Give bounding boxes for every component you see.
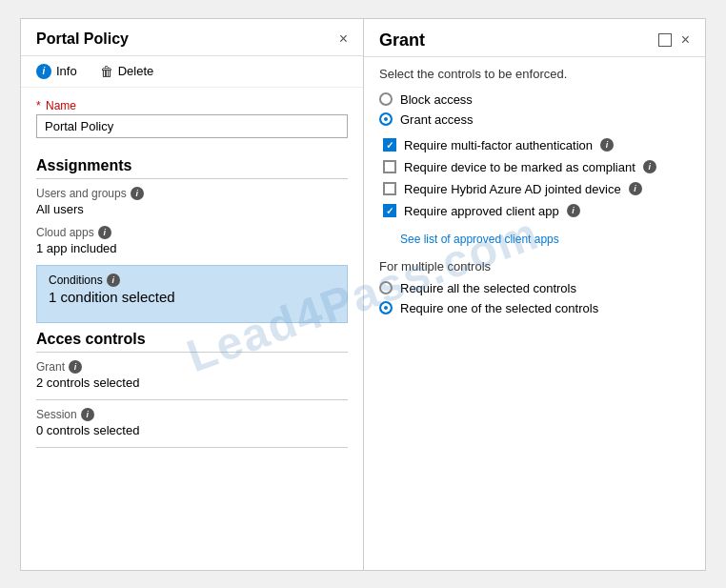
assignments-title: Assignments: [36, 157, 348, 174]
cloud-apps-value: 1 app included: [36, 241, 348, 255]
right-panel-title: Grant: [379, 30, 425, 51]
mfa-checkbox-item[interactable]: Require multi-factor authentication i: [383, 138, 690, 152]
compliant-info-icon[interactable]: i: [643, 160, 656, 173]
conditions-value: 1 condition selected: [49, 289, 335, 305]
page-wrapper: Lead4Pass.com Portal Policy × i Info 🗑 D…: [0, 0, 726, 588]
compliant-checkbox[interactable]: [383, 160, 396, 173]
require-all-label: Require all the selected controls: [400, 281, 576, 295]
right-panel: Grant × Select the controls to be enforc…: [364, 19, 705, 570]
left-body: * Name Assignments Users and groups i Al…: [21, 88, 363, 570]
required-star: *: [36, 99, 41, 112]
cloud-apps-label: Cloud apps i: [36, 226, 348, 239]
users-groups-info-icon[interactable]: i: [131, 187, 144, 200]
assignments-divider: [36, 178, 348, 179]
right-header: Grant ×: [364, 19, 705, 57]
mfa-info-icon[interactable]: i: [600, 138, 614, 152]
users-groups-label: Users and groups i: [36, 187, 348, 200]
name-field-label: * Name: [36, 99, 348, 112]
approved-app-checkbox[interactable]: [383, 204, 396, 217]
left-actions: i Info 🗑 Delete: [21, 56, 363, 88]
compliant-label: Require device to be marked as compliant: [404, 160, 635, 174]
hybrid-label: Require Hybrid Azure AD jointed device: [404, 182, 621, 196]
name-input[interactable]: [36, 114, 348, 138]
grant-info-icon[interactable]: i: [69, 360, 82, 374]
left-panel-title: Portal Policy: [36, 30, 129, 48]
conditions-label: Conditions i: [49, 274, 335, 287]
info-label: Info: [56, 64, 77, 78]
grant-value: 2 controls selected: [36, 375, 348, 390]
delete-action[interactable]: 🗑 Delete: [100, 64, 154, 79]
requirements-checkbox-group: Require multi-factor authentication i Re…: [383, 138, 690, 218]
hybrid-info-icon[interactable]: i: [629, 182, 642, 195]
session-label: Session i: [36, 408, 348, 421]
access-controls-title: Acces controls: [36, 331, 348, 348]
session-value: 0 controls selected: [36, 423, 348, 437]
users-groups-value: All users: [36, 202, 348, 216]
require-all-option[interactable]: Require all the selected controls: [379, 281, 690, 295]
session-bottom-divider: [36, 447, 348, 448]
grant-access-label: Grant access: [400, 112, 474, 127]
right-body: Select the controls to be enforced. Bloc…: [364, 57, 705, 570]
approved-app-label: Require approved client app: [404, 204, 559, 218]
hybrid-checkbox[interactable]: [383, 182, 396, 195]
right-header-icons: ×: [658, 31, 690, 49]
maximize-icon[interactable]: [658, 33, 672, 47]
require-one-label: Require one of the selected controls: [400, 301, 598, 315]
left-panel: Portal Policy × i Info 🗑 Delete * Name: [21, 19, 364, 570]
block-access-radio[interactable]: [379, 92, 393, 106]
multiple-controls-label: For multiple controls: [379, 259, 690, 274]
hybrid-checkbox-item[interactable]: Require Hybrid Azure AD jointed device i: [383, 182, 690, 196]
block-access-option[interactable]: Block access: [379, 92, 690, 107]
grant-access-option[interactable]: Grant access: [379, 112, 690, 127]
delete-label: Delete: [118, 64, 154, 78]
info-action[interactable]: i Info: [36, 64, 77, 79]
session-divider: [36, 399, 348, 400]
conditions-info-icon[interactable]: i: [107, 274, 120, 287]
right-close-button[interactable]: ×: [681, 31, 690, 49]
grant-subtitle: Select the controls to be enforced.: [379, 67, 690, 81]
main-container: Portal Policy × i Info 🗑 Delete * Name: [20, 18, 706, 571]
info-icon: i: [36, 64, 51, 79]
mfa-checkbox[interactable]: [383, 138, 396, 152]
multiple-controls-radio-group: Require all the selected controls Requir…: [379, 281, 690, 315]
approved-app-checkbox-item[interactable]: Require approved client app i: [383, 204, 690, 218]
access-controls-divider: [36, 352, 348, 353]
block-access-label: Block access: [400, 92, 473, 107]
session-info-icon[interactable]: i: [81, 408, 94, 421]
approved-app-info-icon[interactable]: i: [567, 204, 580, 217]
require-all-radio[interactable]: [379, 281, 393, 294]
cloud-apps-info-icon[interactable]: i: [98, 226, 111, 239]
grant-access-radio[interactable]: [379, 112, 393, 126]
require-one-option[interactable]: Require one of the selected controls: [379, 301, 690, 315]
require-one-radio[interactable]: [379, 301, 393, 314]
mfa-label: Require multi-factor authentication: [404, 138, 593, 152]
access-radio-group: Block access Grant access: [379, 92, 690, 127]
left-close-button[interactable]: ×: [339, 30, 348, 48]
conditions-box[interactable]: Conditions i 1 condition selected: [36, 265, 348, 323]
approved-apps-link[interactable]: See list of approved client apps: [400, 233, 559, 246]
grant-label: Grant i: [36, 360, 348, 374]
compliant-checkbox-item[interactable]: Require device to be marked as compliant…: [383, 160, 690, 174]
left-header: Portal Policy ×: [21, 19, 363, 56]
delete-icon: 🗑: [100, 64, 113, 79]
